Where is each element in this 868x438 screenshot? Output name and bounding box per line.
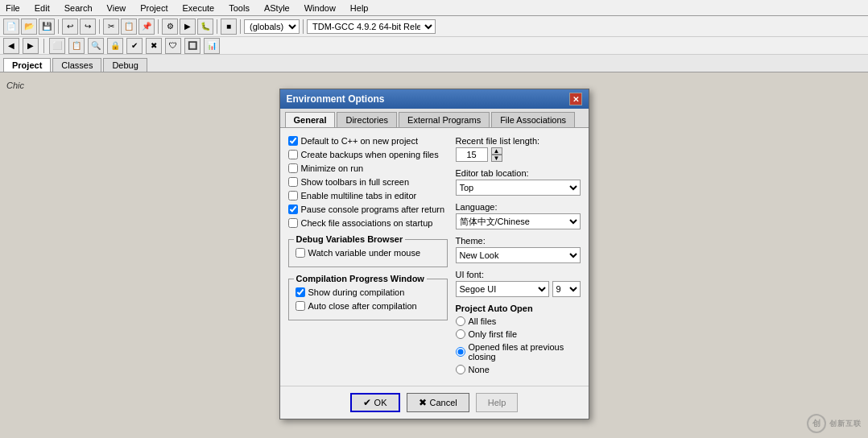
compilation-group: Compilation Progress Window Show during …: [288, 279, 448, 320]
toolbar2-btn7[interactable]: ✔: [126, 38, 143, 54]
theme-label: Theme:: [456, 236, 581, 246]
ok-button[interactable]: ✔ OK: [350, 393, 400, 412]
menu-view[interactable]: View: [105, 3, 129, 13]
toolbar2-btn8[interactable]: ✖: [146, 38, 162, 54]
toolbar2-btn5[interactable]: 🔍: [88, 38, 104, 54]
theme-select[interactable]: New Look: [456, 247, 581, 263]
radio-none-input[interactable]: [456, 365, 465, 374]
dialog-tab-external[interactable]: External Programs: [399, 112, 490, 127]
recent-file-spin-down[interactable]: ▼: [491, 155, 502, 162]
checkbox-auto-close-input[interactable]: [296, 301, 305, 311]
menu-help[interactable]: Help: [348, 3, 371, 13]
toolbar2-btn6[interactable]: 🔒: [107, 38, 123, 54]
radio-opened-files-label: Opened files at previous closing: [469, 342, 581, 362]
tabbar: Project Classes Debug: [0, 55, 868, 72]
toolbar2-btn2[interactable]: ▶: [23, 38, 39, 54]
toolbar-stop[interactable]: ■: [221, 19, 237, 35]
checkbox-file-associations-input[interactable]: [288, 218, 298, 228]
ok-icon: ✔: [363, 397, 371, 408]
checkbox-show-compilation-input[interactable]: [296, 287, 305, 297]
toolbar-sep1: [58, 19, 59, 34]
editor-tab-select[interactable]: Top: [456, 180, 581, 196]
toolbar-sep3: [158, 19, 159, 34]
toolbar-copy[interactable]: 📋: [121, 19, 137, 35]
radio-all-files-input[interactable]: [456, 316, 465, 326]
recent-file-spin-up[interactable]: ▲: [491, 147, 502, 155]
toolbar-debug[interactable]: 🐛: [197, 19, 213, 35]
checkbox-multiline-tabs-input[interactable]: [288, 191, 298, 200]
dialog-close-button[interactable]: ✕: [569, 93, 582, 105]
cancel-button[interactable]: ✖ Cancel: [407, 393, 469, 412]
radio-only-first: Only first file: [456, 329, 581, 339]
font-combo[interactable]: Segoe UI: [456, 281, 549, 297]
toolbar-run[interactable]: ▶: [180, 19, 196, 35]
help-button[interactable]: Help: [476, 393, 519, 412]
tab-classes[interactable]: Classes: [52, 58, 101, 72]
toolbar2-btn1[interactable]: ◀: [3, 38, 19, 54]
menu-project[interactable]: Project: [138, 3, 170, 13]
language-select[interactable]: 简体中文/Chinese: [456, 213, 581, 229]
menu-edit[interactable]: Edit: [32, 3, 52, 13]
compiler-combo[interactable]: TDM-GCC 4.9.2 64-bit Release: [307, 19, 436, 34]
radio-all-files: All files: [456, 316, 581, 326]
watermark-icon: 创: [807, 414, 826, 433]
checkbox-default-cpp-label: Default to C++ on new project: [301, 136, 419, 146]
toolbar2-btn9[interactable]: 🛡: [165, 38, 181, 54]
checkbox-create-backups-label: Create backups when opening files: [301, 150, 439, 159]
checkbox-multiline-tabs: Enable multiline tabs in editor: [288, 191, 448, 200]
dialog-body: Default to C++ on new project Create bac…: [280, 128, 589, 386]
toolbar2-sep1: [43, 39, 44, 53]
checkbox-minimize-run-input[interactable]: [288, 163, 298, 173]
globals-combo[interactable]: (globals): [244, 19, 300, 34]
environment-options-dialog: Environment Options ✕ General Directorie…: [279, 89, 589, 419]
dialog-tab-directories[interactable]: Directories: [337, 112, 397, 127]
menu-file[interactable]: File: [3, 3, 23, 13]
menu-astyle[interactable]: AStyle: [262, 3, 292, 13]
checkbox-create-backups-input[interactable]: [288, 150, 298, 159]
checkbox-toolbars-fullscreen-input[interactable]: [288, 177, 298, 187]
dialog-overlay: Environment Options ✕ General Directorie…: [0, 72, 868, 438]
radio-opened-files-input[interactable]: [456, 347, 465, 357]
toolbar2-btn3[interactable]: ⬜: [49, 38, 65, 54]
toolbar-new[interactable]: 📄: [3, 19, 19, 35]
checkbox-default-cpp-input[interactable]: [288, 136, 298, 146]
toolbar-undo[interactable]: ↩: [62, 19, 78, 35]
checkbox-file-associations-label: Check file associations on startup: [301, 218, 433, 228]
menu-tools[interactable]: Tools: [226, 3, 252, 13]
toolbar-open[interactable]: 📂: [21, 19, 37, 35]
tab-debug[interactable]: Debug: [103, 58, 147, 72]
ui-font-label: UI font:: [456, 270, 581, 279]
toolbar-sep4: [217, 19, 217, 34]
menu-execute[interactable]: Execute: [180, 3, 217, 13]
toolbar2-btn10[interactable]: 🔲: [184, 38, 200, 54]
menu-search[interactable]: Search: [62, 3, 95, 13]
checkbox-pause-console-input[interactable]: [288, 205, 298, 214]
dialog-tab-general[interactable]: General: [285, 112, 336, 127]
font-size-combo[interactable]: 9: [552, 281, 581, 297]
tab-project[interactable]: Project: [3, 58, 51, 72]
checkbox-toolbars-fullscreen-label: Show toolbars in full screen: [301, 177, 410, 187]
radio-only-first-input[interactable]: [456, 329, 465, 339]
recent-file-input[interactable]: [456, 147, 488, 162]
recent-file-label: Recent file list length:: [456, 136, 581, 146]
checkbox-watch-variable-input[interactable]: [296, 248, 305, 258]
menu-window[interactable]: Window: [302, 3, 338, 13]
toolbar2-btn4[interactable]: 📋: [68, 38, 85, 54]
toolbar2: ◀ ▶ ⬜ 📋 🔍 🔒 ✔ ✖ 🛡 🔲 📊: [0, 37, 868, 55]
toolbar2-btn11[interactable]: 📊: [204, 38, 220, 54]
dialog-tab-file-assoc[interactable]: File Associations: [491, 112, 575, 127]
toolbar-save[interactable]: 💾: [39, 19, 55, 35]
compilation-group-title: Compilation Progress Window: [294, 274, 427, 283]
dialog-footer: ✔ OK ✖ Cancel Help: [280, 386, 589, 419]
toolbar: 📄 📂 💾 ↩ ↪ ✂ 📋 📌 ⚙ ▶ 🐛 ■ (globals) TDM-GC…: [0, 16, 868, 37]
toolbar-paste[interactable]: 📌: [138, 19, 155, 35]
checkbox-toolbars-fullscreen: Show toolbars in full screen: [288, 177, 448, 187]
toolbar-redo[interactable]: ↪: [80, 19, 96, 35]
recent-file-spin: ▲ ▼: [491, 147, 502, 162]
toolbar-sep2: [99, 19, 100, 34]
toolbar-cut[interactable]: ✂: [103, 19, 119, 35]
watermark-text: 创新互联: [829, 419, 862, 429]
toolbar-compile[interactable]: ⚙: [162, 19, 178, 35]
toolbar-sep6: [303, 19, 304, 34]
checkbox-multiline-tabs-label: Enable multiline tabs in editor: [301, 191, 417, 200]
